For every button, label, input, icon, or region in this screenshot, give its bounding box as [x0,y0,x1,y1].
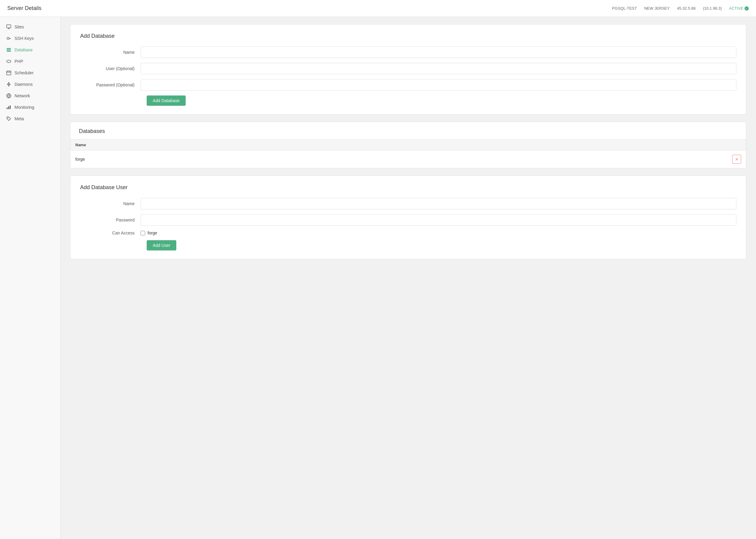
page-title: Server Details [7,5,612,12]
databases-card: Databases Name forge ✕ [70,122,746,168]
sidebar-label-meta: Meta [15,116,24,121]
server-private-ip: (10.1.96.3) [703,6,722,11]
sidebar-item-monitoring[interactable]: Monitoring [0,102,60,113]
sidebar-label-ssh-keys: SSH Keys [15,36,34,41]
user-password-row: Password [80,214,736,226]
sidebar-item-database[interactable]: Database [0,44,60,55]
add-database-button[interactable]: Add Database [147,96,186,106]
server-ip: 45.32.5.88 [677,6,696,11]
sidebar-item-meta[interactable]: Meta [0,113,60,124]
can-access-forge-checkbox[interactable] [141,231,145,235]
database-name-label: Name [80,50,141,55]
svg-rect-8 [7,108,8,109]
bar-chart-icon [6,105,12,110]
add-database-user-title: Add Database User [80,184,736,191]
sidebar-item-sites[interactable]: Sites [0,21,60,33]
sidebar-label-sites: Sites [15,25,24,29]
layout: Sites SSH Keys Database PH [0,0,756,539]
database-password-row: Password (Optional) [80,79,736,91]
svg-point-1 [7,38,9,39]
globe-icon [6,93,12,99]
bolt-icon [6,82,12,87]
calendar-icon [6,70,12,76]
svg-rect-3 [7,49,11,50]
user-can-access-row: Can Access forge [80,231,736,235]
user-password-input[interactable] [141,214,736,226]
server-name: PGSQL-TEST [612,6,637,11]
add-database-user-card: Add Database User Name Password Can Acce… [70,176,746,259]
server-meta: PGSQL-TEST NEW JERSEY 45.32.5.88 (10.1.9… [612,6,749,11]
database-name-row: Name [80,46,736,58]
server-region: NEW JERSEY [644,6,670,11]
add-user-button[interactable]: Add User [147,240,176,251]
user-can-access-label: Can Access [80,231,141,235]
database-user-input[interactable] [141,63,736,74]
sidebar-item-ssh-keys[interactable]: SSH Keys [0,33,60,44]
add-database-title: Add Database [80,33,736,39]
sidebar-item-daemons[interactable]: Daemons [0,79,60,90]
header: Server Details PGSQL-TEST NEW JERSEY 45.… [0,0,756,17]
svg-point-11 [8,117,8,118]
server-status: ACTIVE [729,6,749,11]
tag-icon [6,116,12,121]
php-icon [6,59,12,64]
monitor-icon [6,24,12,30]
sidebar-label-daemons: Daemons [15,82,33,87]
database-password-input[interactable] [141,79,736,91]
databases-table: Name forge ✕ [70,139,746,168]
database-password-label: Password (Optional) [80,83,141,87]
database-user-row: User (Optional) [80,63,736,74]
svg-rect-10 [10,106,11,109]
databases-title: Databases [79,128,737,134]
svg-rect-9 [8,106,9,109]
svg-point-5 [7,60,11,62]
svg-rect-4 [7,51,11,52]
user-name-input[interactable] [141,198,736,209]
sidebar-label-php: PHP [15,59,23,64]
main-content: Add Database Name User (Optional) Passwo… [60,0,756,539]
can-access-forge-label: forge [147,231,157,235]
svg-rect-0 [7,25,11,28]
svg-rect-6 [7,71,11,75]
can-access-options: forge [141,231,157,235]
user-name-row: Name [80,198,736,209]
database-name-input[interactable] [141,46,736,58]
databases-card-header: Databases [70,122,746,139]
add-user-actions: Add User [80,240,736,251]
status-icon [744,6,749,11]
databases-column-name: Name [70,139,746,150]
delete-database-button[interactable]: ✕ [732,155,741,164]
sidebar-item-network[interactable]: Network [0,90,60,102]
sidebar-label-network: Network [15,93,30,98]
sidebar-label-scheduler: Scheduler [15,70,34,75]
sidebar: Sites SSH Keys Database PH [0,0,60,539]
key-icon [6,36,12,41]
database-row-name: forge [75,157,732,162]
add-database-actions: Add Database [80,96,736,106]
sidebar-item-php[interactable]: PHP [0,55,60,67]
database-icon [6,47,12,52]
add-database-card: Add Database Name User (Optional) Passwo… [70,24,746,115]
close-icon: ✕ [735,157,738,162]
user-password-label: Password [80,217,141,222]
sidebar-label-database: Database [15,47,33,52]
svg-rect-2 [7,48,11,49]
user-name-label: Name [80,201,141,206]
sidebar-item-scheduler[interactable]: Scheduler [0,67,60,79]
sidebar-label-monitoring: Monitoring [15,105,34,110]
database-user-label: User (Optional) [80,66,141,71]
table-row: forge ✕ [70,150,746,168]
